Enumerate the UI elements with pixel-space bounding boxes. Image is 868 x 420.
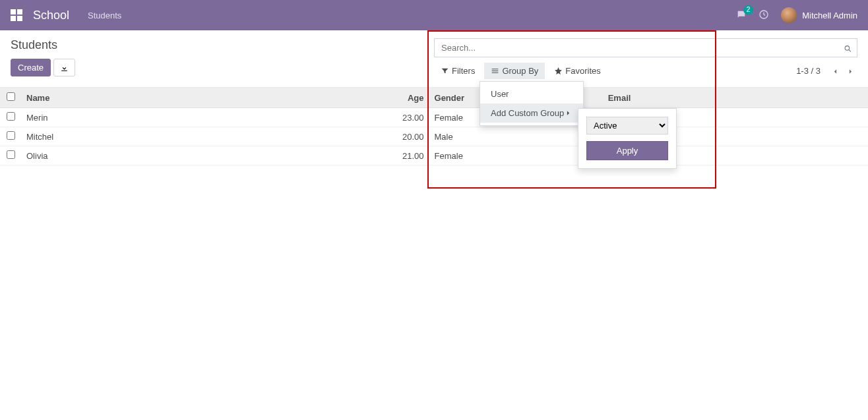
messaging-badge: 2: [743, 5, 754, 15]
cell-name: Olivia: [21, 146, 386, 165]
control-panel: Students Create Filters Group By: [0, 30, 868, 88]
table-row[interactable]: Mitchel 20.00 Male: [0, 127, 868, 146]
favorites-label: Favorites: [565, 66, 600, 76]
pager-range[interactable]: 1-3 / 3: [796, 66, 821, 76]
download-icon: [60, 64, 69, 73]
pager-prev[interactable]: [828, 63, 842, 78]
row-checkbox[interactable]: [7, 112, 15, 121]
activities-icon[interactable]: [759, 9, 769, 22]
groupby-add-custom-label: Add Custom Group: [491, 108, 564, 118]
page-title: Students: [11, 38, 434, 52]
star-icon: [554, 67, 563, 75]
export-button[interactable]: [53, 59, 75, 76]
cell-age: 21.00: [386, 146, 429, 165]
cell-gender: Female: [429, 146, 603, 165]
custom-group-field-select[interactable]: Active: [586, 117, 668, 135]
col-header-name[interactable]: Name: [21, 88, 386, 108]
select-all-checkbox[interactable]: [7, 92, 15, 101]
cell-name: Mitchel: [21, 127, 386, 146]
cell-age: 20.00: [386, 127, 429, 146]
favorites-button[interactable]: Favorites: [547, 63, 607, 79]
cell-gender: Male: [429, 127, 603, 146]
col-header-email[interactable]: Email: [603, 88, 868, 108]
svg-point-1: [845, 45, 850, 50]
filters-button[interactable]: Filters: [434, 63, 481, 79]
groupby-button[interactable]: Group By: [484, 63, 545, 79]
chevron-right-icon: [846, 67, 855, 76]
groupby-label: Group By: [502, 66, 538, 76]
apply-button[interactable]: Apply: [586, 141, 668, 160]
nav-link-students[interactable]: Students: [88, 11, 121, 20]
row-checkbox[interactable]: [7, 150, 15, 159]
pager-next[interactable]: [844, 63, 857, 78]
messaging-icon[interactable]: 2: [736, 9, 747, 22]
apps-icon[interactable]: [11, 9, 22, 21]
brand-title[interactable]: School: [33, 9, 69, 22]
avatar: [781, 7, 797, 23]
students-table: Name Age Gender Email Merin 23.00 Female…: [0, 88, 868, 165]
cell-age: 23.00: [386, 108, 429, 127]
table-row[interactable]: Merin 23.00 Female: [0, 108, 868, 127]
chevron-left-icon: [831, 67, 840, 76]
row-checkbox[interactable]: [7, 131, 15, 140]
groupby-item-user[interactable]: User: [480, 84, 583, 104]
filters-label: Filters: [452, 66, 475, 76]
top-navbar: School Students 2 Mitchell Admin: [0, 0, 868, 30]
table-row[interactable]: Olivia 21.00 Female: [0, 146, 868, 165]
filter-icon: [441, 67, 449, 75]
groupby-dropdown: User Add Custom Group: [480, 81, 584, 126]
list-icon: [491, 67, 499, 75]
cell-name: Merin: [21, 108, 386, 127]
user-name-label: Mitchell Admin: [802, 11, 857, 20]
create-button[interactable]: Create: [11, 59, 51, 76]
search-input[interactable]: [434, 38, 857, 57]
user-menu[interactable]: Mitchell Admin: [781, 7, 857, 23]
groupby-add-custom[interactable]: Add Custom Group: [480, 104, 583, 123]
col-header-age[interactable]: Age: [386, 88, 429, 108]
groupby-item-user-label: User: [491, 89, 509, 99]
add-custom-group-submenu: Active Apply: [578, 108, 677, 165]
caret-right-icon: [564, 109, 573, 117]
search-icon[interactable]: [844, 43, 852, 53]
